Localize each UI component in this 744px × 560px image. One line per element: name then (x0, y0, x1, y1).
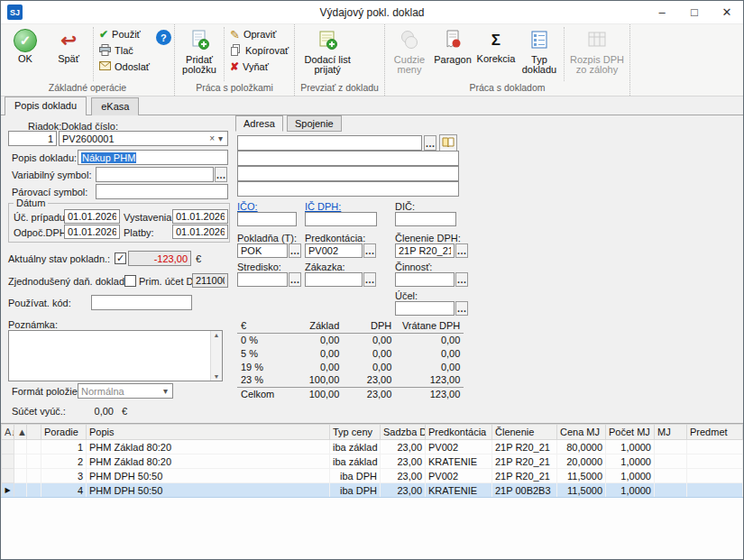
edit-item-button[interactable]: ✎ Opraviť (227, 26, 291, 42)
grid-columns-button[interactable] (27, 425, 41, 440)
tab-spojenie[interactable]: Spojenie (287, 115, 342, 132)
maximize-button[interactable]: □ (678, 1, 711, 23)
address-city-field[interactable] (237, 166, 459, 181)
col-header-poradie[interactable]: Poradie (41, 425, 87, 440)
simplified-checkbox[interactable] (124, 275, 136, 287)
center-lookup-button[interactable]: … (289, 272, 301, 287)
ic-dph-field[interactable] (305, 212, 377, 226)
address-name-field[interactable] (237, 135, 422, 151)
purpose-field[interactable] (395, 301, 455, 316)
copy-item-button[interactable]: Kopírovať (227, 42, 291, 59)
table-row-selected[interactable]: ▶ 4 PHM DPH 50:50 iba DPH 23,00 KRATENIE… (2, 483, 743, 498)
row-field[interactable]: 1 (8, 131, 57, 146)
col-header-predmet[interactable]: Predmet (687, 425, 743, 440)
variable-symbol-lookup-button[interactable]: … (215, 167, 227, 182)
ico-field[interactable] (237, 212, 297, 226)
correction-button[interactable]: Σ Korekcia (474, 26, 518, 65)
add-item-icon (188, 29, 210, 53)
col-header-mj[interactable]: MJ (655, 425, 687, 440)
address-street-field[interactable] (237, 151, 459, 166)
delivery-note-label: Dodací list prijatý (299, 55, 356, 76)
doc-type-button[interactable]: Typ dokladu (518, 26, 561, 76)
col-header-popis[interactable]: Popis (87, 425, 330, 440)
note-scrollbar[interactable]: ▲ ▼ (210, 331, 222, 381)
note-textarea[interactable]: ▲ ▼ (8, 330, 223, 381)
items-format-label: Formát položiek: (12, 386, 85, 397)
pairing-symbol-field[interactable] (96, 184, 228, 199)
ic-dph-link[interactable]: IČ DPH: (305, 201, 341, 212)
paragon-button[interactable]: Paragon (431, 26, 474, 65)
vat-class-lookup-button[interactable]: … (455, 243, 468, 258)
vat-class-field[interactable]: 21P R20_21 (395, 243, 455, 258)
send-button[interactable]: Odoslať (96, 59, 152, 75)
vat-row: 5 %0,000,000,00 (237, 346, 464, 360)
cash-state-currency: € (196, 253, 201, 264)
precontation-field[interactable]: PV002 (305, 243, 363, 258)
address-country-field[interactable] (237, 181, 459, 197)
col-header-sadzba-dph[interactable]: Sadzba DPH (381, 425, 426, 440)
vat-deduct-date-field[interactable]: 01.01.2026 (64, 225, 120, 239)
variable-symbol-field[interactable] (96, 167, 214, 182)
help-icon: ? (161, 32, 167, 43)
minimize-button[interactable]: – (646, 1, 678, 23)
table-row[interactable]: 3 PHM DPH 50:50 iba DPH 23,00 PV002 21P … (2, 469, 743, 483)
address-book-button[interactable] (439, 134, 457, 151)
order-lookup-button[interactable]: … (363, 272, 376, 287)
cash-state-label: Aktuálny stav pokladn.: (8, 253, 110, 264)
doc-number-field[interactable]: PV2600001 × ▾ (59, 131, 228, 146)
delivery-note-icon (317, 29, 338, 53)
purpose-lookup-button[interactable]: … (455, 301, 468, 316)
address-lookup-button[interactable]: … (424, 135, 436, 151)
cash-register-lookup-button[interactable]: … (289, 243, 301, 258)
clear-icon[interactable]: × (207, 133, 216, 143)
row-selector[interactable] (2, 454, 14, 469)
dropdown-icon[interactable]: ▾ (216, 133, 225, 143)
sum-value: 0,00 (78, 406, 114, 417)
ok-button[interactable]: ✓ OK (4, 26, 47, 65)
ico-link[interactable]: IČO: (237, 201, 258, 212)
print-button[interactable]: Tlač (96, 42, 152, 59)
order-field[interactable] (305, 272, 363, 287)
user-code-field[interactable] (91, 295, 192, 310)
add-item-button[interactable]: Pridať položku (178, 26, 221, 76)
col-header-typ-ceny[interactable]: Typ ceny (330, 425, 381, 440)
row-selector[interactable]: ▶ (2, 483, 14, 498)
col-header-predkontacia[interactable]: Predkontácia (426, 425, 492, 440)
checkbox-check-icon: ✓ (116, 253, 124, 263)
apply-button[interactable]: ✔ Použiť (96, 26, 152, 42)
help-button[interactable]: ? (156, 30, 171, 45)
activity-field[interactable] (395, 272, 455, 287)
col-header-cena-mj[interactable]: Cena MJ (557, 425, 606, 440)
row-selector[interactable] (2, 440, 14, 454)
grid-sort-button[interactable]: A↓ (2, 425, 14, 440)
center-field[interactable] (237, 272, 288, 287)
acc-case-date-field[interactable]: 01.01.2026 (64, 209, 120, 224)
issued-date-field[interactable]: 01.01.2026 (172, 209, 228, 224)
ok-label: OK (18, 54, 32, 65)
table-row[interactable]: 2 PHM Základ 80:20 iba základ 23,00 KRAT… (2, 454, 743, 469)
delivery-note-button[interactable]: Dodací list prijatý (298, 26, 357, 76)
tab-ekasa[interactable]: eKasa (91, 97, 139, 115)
tab-popis-dokladu[interactable]: Popis dokladu (5, 96, 87, 115)
tab-adresa[interactable]: Adresa (235, 115, 283, 132)
scroll-up-icon[interactable]: ▲ (214, 332, 220, 338)
back-button[interactable]: ↩ Späť (47, 26, 90, 65)
desc-field[interactable]: Nákup PHM (78, 150, 228, 165)
scroll-down-icon[interactable]: ▼ (214, 373, 220, 380)
col-header-pocet-mj[interactable]: Počet MJ (606, 425, 655, 440)
grid-sort-direction[interactable]: ▲ (14, 425, 27, 440)
desc-label: Popis dokladu: (12, 152, 77, 163)
remove-item-button[interactable]: ✘ Vyňať (227, 59, 291, 75)
close-button[interactable]: ✕ (711, 1, 743, 23)
row-selector[interactable] (2, 469, 14, 483)
cash-register-field[interactable]: POK (237, 243, 288, 258)
activity-lookup-button[interactable]: … (455, 272, 468, 287)
sort-asc-icon: ▲ (17, 427, 27, 437)
dic-field[interactable] (395, 212, 456, 226)
cash-state-checkbox[interactable]: ✓ (115, 252, 126, 264)
back-icon: ↩ (60, 29, 77, 52)
col-header-clenenie[interactable]: Členenie (492, 425, 557, 440)
payment-date-field[interactable]: 01.01.2026 (172, 225, 228, 239)
table-row[interactable]: 1 PHM Základ 80:20 iba základ 23,00 PV00… (2, 440, 743, 454)
precontation-lookup-button[interactable]: … (363, 243, 376, 258)
